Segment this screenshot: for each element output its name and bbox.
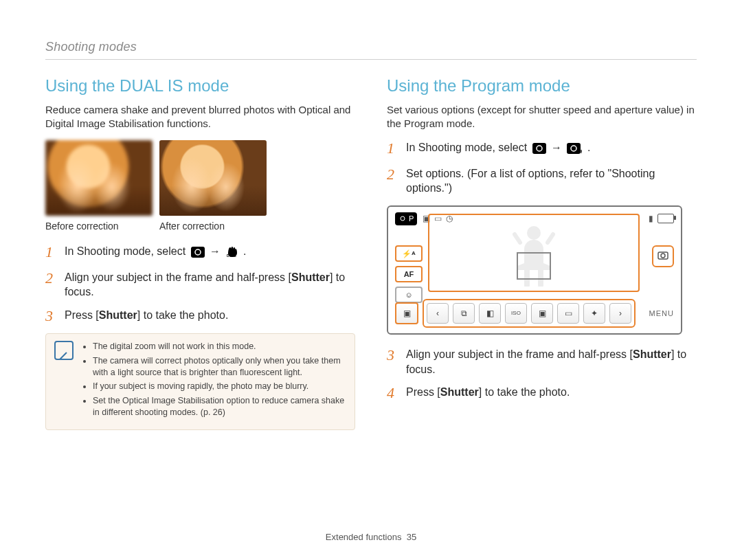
svg-text:P: P [581, 149, 582, 154]
caption-after: After correction [159, 220, 267, 233]
wb-button[interactable]: ◧ [479, 303, 501, 324]
tip-box: The digital zoom will not work in this m… [45, 333, 355, 430]
program-steps: 1 In Shooting mode, select → P . 2 Set o… [387, 140, 697, 196]
tip-item: If your subject is moving rapidly, the p… [93, 381, 346, 392]
step-number: 2 [45, 270, 58, 300]
metering-icon: ▣ [539, 308, 546, 319]
program-title: Using the Program mode [387, 75, 697, 97]
effect-icon: ✦ [591, 308, 598, 319]
step-text: In Shooting mode, select → DUAL . [65, 244, 355, 262]
caption-before: Before correction [45, 220, 153, 233]
wb-icon: ◧ [486, 308, 494, 319]
drive-button[interactable]: ▭ [557, 303, 579, 324]
flash-icon: ⚡ [402, 249, 412, 259]
camera-screen: P ▣ ▭ ◷ ▮ [387, 205, 682, 335]
step-text: Press [Shutter] to take the photo. [65, 308, 355, 324]
menu-label[interactable]: MENU [649, 309, 674, 319]
svg-point-1 [195, 249, 201, 255]
prev-button[interactable]: ‹ [427, 303, 449, 324]
flash-button[interactable]: ⚡A [395, 245, 423, 262]
footer-label: Extended functions [326, 532, 402, 542]
tip-item: The digital zoom will not work in this m… [93, 341, 346, 352]
bottom-button-group: ‹ ⧉ ◧ ISO ▣ ▭ ✦ › [423, 299, 636, 328]
af-button[interactable]: AF [395, 266, 423, 282]
svg-text:DUAL: DUAL [227, 254, 237, 258]
step-text: Press [Shutter] to take the photo. [406, 385, 697, 401]
right-side-button[interactable] [652, 245, 674, 267]
example-images [45, 140, 355, 216]
exposure-icon: ⧉ [461, 308, 467, 319]
step-number: 1 [387, 140, 399, 158]
svg-point-4 [537, 146, 542, 151]
chevron-left-icon: ‹ [436, 308, 439, 319]
step-text: Align your subject in the frame and half… [406, 347, 697, 377]
dual-is-hand-icon: DUAL [225, 244, 238, 262]
camera-icon [191, 247, 205, 262]
camera-p-icon: P [567, 143, 582, 158]
page-footer: Extended functions 35 [0, 531, 742, 544]
step-number: 3 [45, 308, 58, 324]
camera-icon [657, 249, 668, 263]
iso-icon: ISO [511, 310, 521, 317]
screen-bottom-bar: ▣ ‹ ⧉ ◧ ISO ▣ ▭ ✦ › MENU [395, 299, 674, 328]
next-button[interactable]: › [609, 303, 631, 324]
screen-top-right: ▮ [649, 213, 674, 224]
left-column: Using the DUAL IS mode Reduce camera sha… [45, 75, 355, 430]
effect-button[interactable]: ✦ [583, 303, 605, 324]
svg-point-13 [661, 254, 665, 258]
step-text: Set options. (For a list of options, ref… [406, 166, 697, 196]
viewfinder-frame [428, 214, 640, 292]
image-captions: Before correction After correction [45, 220, 355, 233]
dual-is-lead: Reduce camera shake and prevent blurred … [45, 103, 355, 131]
dual-is-steps: 1 In Shooting mode, select → DUAL . 2 Al… [45, 244, 355, 324]
svg-point-10 [527, 226, 541, 240]
program-steps-cont: 3 Align your subject in the frame and ha… [387, 347, 697, 401]
storage-icon: ▮ [649, 213, 653, 224]
drive-icon: ▭ [565, 308, 572, 319]
section-header: Shooting modes [45, 38, 697, 60]
mode-indicator: P [395, 212, 417, 225]
tip-list: The digital zoom will not work in this m… [82, 341, 346, 421]
program-lead: Set various options (except for shutter … [387, 103, 697, 131]
ev-button[interactable]: ⧉ [453, 303, 475, 324]
screen-left-buttons: ⚡A AF ☺ [395, 245, 423, 303]
note-icon [54, 341, 74, 360]
playback-button[interactable]: ▣ [395, 302, 418, 324]
focus-box [517, 252, 551, 280]
tip-item: Set the Optical Image Stabilisation opti… [93, 395, 346, 418]
battery-icon [657, 214, 674, 223]
camera-icon [532, 143, 546, 158]
step-text: Align your subject in the frame and half… [65, 270, 355, 300]
photo-after [159, 140, 267, 216]
step-text: In Shooting mode, select → P . [406, 140, 697, 158]
chevron-right-icon: › [619, 308, 622, 319]
two-column-layout: Using the DUAL IS mode Reduce camera sha… [45, 75, 697, 430]
step-number: 3 [387, 347, 399, 377]
step-number: 1 [45, 244, 58, 262]
step-number: 4 [387, 385, 399, 401]
step-number: 2 [387, 166, 399, 196]
metering-button[interactable]: ▣ [531, 303, 553, 324]
arrow-icon: → [551, 142, 562, 153]
arrow-icon: → [210, 245, 221, 257]
right-column: Using the Program mode Set various optio… [387, 75, 697, 430]
page-number: 35 [407, 532, 416, 542]
svg-point-6 [571, 146, 576, 151]
dual-is-title: Using the DUAL IS mode [45, 75, 355, 97]
photo-before [45, 140, 153, 216]
tip-item: The camera will correct photos optically… [93, 355, 346, 379]
playback-icon: ▣ [403, 308, 411, 319]
iso-button[interactable]: ISO [505, 303, 527, 324]
